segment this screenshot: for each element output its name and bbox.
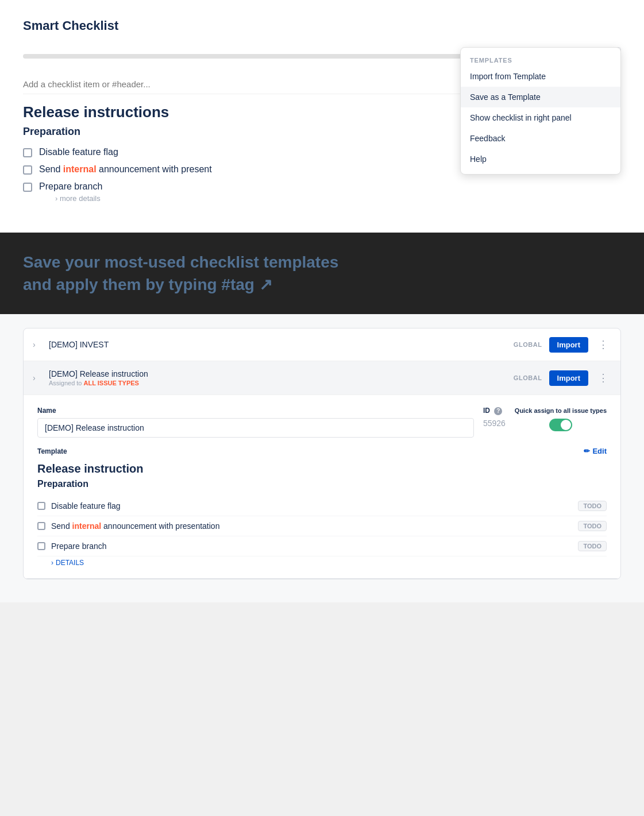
template-name-2-text: [DEMO] Release instruction [49, 369, 507, 378]
name-label: Name [37, 407, 474, 415]
template-section-text: Template [37, 447, 67, 455]
preview-item-1: Disable feature flag TODO [37, 496, 607, 516]
expand-arrow-2[interactable]: › [33, 373, 42, 382]
preview-item-2: Send internal announcement with presenta… [37, 516, 607, 536]
more-row-button-1[interactable]: ⋮ [595, 337, 611, 353]
item-highlight-2: internal [63, 164, 97, 174]
preview-text-1: Disable feature flag [51, 501, 121, 511]
details-arrow-icon: › [51, 559, 53, 567]
edit-label-text: Edit [592, 447, 607, 455]
preview-checkbox-2[interactable] [37, 522, 45, 530]
item-3-wrapper: Prepare branch more details [39, 181, 102, 203]
template-detail: Name ID ? 55926 Quick assign to all issu… [24, 395, 620, 579]
app-title: Smart Checklist [23, 18, 621, 33]
assigned-to-label: Assigned to [49, 380, 82, 386]
template-name-1: [DEMO] INVEST [49, 340, 507, 349]
preview-text-3: Prepare branch [51, 542, 107, 551]
item-text-2-before: Send [39, 164, 63, 174]
template-row-2: › [DEMO] Release instruction Assigned to… [24, 361, 620, 395]
checkbox-1[interactable] [23, 148, 32, 157]
dropdown-item-feedback[interactable]: Feedback [461, 128, 620, 149]
preview-highlight-2: internal [72, 521, 102, 531]
item-text-2-after: announcement with present [97, 164, 212, 174]
edit-pencil-icon: ✏ [584, 447, 590, 455]
todo-badge-1: TODO [578, 501, 607, 511]
preview-checkbox-1[interactable] [37, 502, 45, 510]
preview-subheader: Preparation [37, 479, 607, 489]
expand-arrow-1[interactable]: › [33, 340, 42, 349]
id-help-icon: ? [494, 407, 502, 415]
edit-link[interactable]: ✏ Edit [584, 447, 607, 455]
item-text-3: Prepare branch [39, 181, 102, 191]
checkbox-2[interactable] [23, 165, 32, 175]
dropdown-item-import[interactable]: Import from Template [461, 66, 620, 87]
issue-badge: ALL ISSUE TYPES [84, 380, 139, 386]
preview-checkbox-3[interactable] [37, 542, 45, 550]
details-link[interactable]: › DETAILS [51, 559, 607, 567]
bottom-panel: › [DEMO] INVEST GLOBAL Import ⋮ › [DEMO]… [0, 314, 644, 602]
todo-badge-3: TODO [578, 541, 607, 551]
preview-main-header: Release instruction [37, 462, 607, 475]
dropdown-item-help[interactable]: Help [461, 149, 620, 169]
quick-assign-toggle[interactable] [549, 419, 572, 431]
dropdown-item-save[interactable]: Save as a Template [461, 87, 620, 107]
dropdown-section-label: TEMPLATES [461, 52, 620, 66]
dropdown-menu: TEMPLATES Import from Template Save as a… [460, 47, 621, 175]
template-preview: Release instruction Preparation Disable … [37, 462, 607, 567]
item-text-2: Send internal announcement with present [39, 164, 212, 175]
banner-line2: and apply them by typing #tag ↗ [23, 276, 272, 293]
quick-assign-label: Quick assign to all issue types [515, 407, 607, 415]
more-details-3[interactable]: more details [55, 194, 102, 203]
dark-banner: Save your most-used checklist templates … [0, 233, 644, 314]
name-section: Name [37, 407, 474, 438]
banner-text: Save your most-used checklist templates … [23, 251, 621, 296]
more-row-button-2[interactable]: ⋮ [595, 370, 611, 386]
id-section: ID ? 55926 [483, 407, 506, 428]
name-input[interactable] [37, 418, 474, 438]
checklist-item-3: Prepare branch more details [23, 181, 621, 203]
checkbox-3[interactable] [23, 183, 32, 192]
item-text-1: Disable feature flag [39, 147, 118, 157]
template-row-1: › [DEMO] INVEST GLOBAL Import ⋮ [24, 328, 620, 361]
id-value: 55926 [483, 419, 506, 428]
template-section-row: Template ✏ Edit [37, 447, 607, 455]
preview-text-2: Send internal announcement with presenta… [51, 521, 219, 531]
detail-grid: Name ID ? 55926 Quick assign to all issu… [37, 407, 607, 438]
preview-item-2-left: Send internal announcement with presenta… [37, 521, 219, 531]
preview-text-2-before: Send [51, 521, 72, 531]
template-card: › [DEMO] INVEST GLOBAL Import ⋮ › [DEMO]… [23, 328, 621, 579]
toolbar: 0 / 7 👍 ≡ ✏ ••• TEMPLATES Import from Te… [23, 47, 621, 65]
template-subtitle-2: Assigned to ALL ISSUE TYPES [49, 380, 507, 386]
todo-badge-2: TODO [578, 521, 607, 531]
template-name-2: [DEMO] Release instruction Assigned to A… [49, 369, 507, 386]
quick-assign-section: Quick assign to all issue types [515, 407, 607, 433]
progress-bar [23, 54, 481, 59]
import-button-2[interactable]: Import [549, 370, 588, 386]
global-badge-2: GLOBAL [514, 374, 542, 381]
preview-text-2-after: announcement with presentation [101, 521, 219, 531]
top-panel: Smart Checklist 0 / 7 👍 ≡ ✏ ••• TEMPLATE… [0, 0, 644, 233]
preview-item-3: Prepare branch TODO [37, 536, 607, 556]
id-label: ID ? [483, 407, 506, 415]
details-link-text: DETAILS [56, 559, 84, 567]
import-button-1[interactable]: Import [549, 337, 588, 353]
banner-line1: Save your most-used checklist templates [23, 253, 338, 271]
global-badge-1: GLOBAL [514, 341, 542, 348]
preview-item-1-left: Disable feature flag [37, 501, 121, 511]
preview-item-3-left: Prepare branch [37, 542, 107, 551]
dropdown-item-show[interactable]: Show checklist in right panel [461, 107, 620, 128]
